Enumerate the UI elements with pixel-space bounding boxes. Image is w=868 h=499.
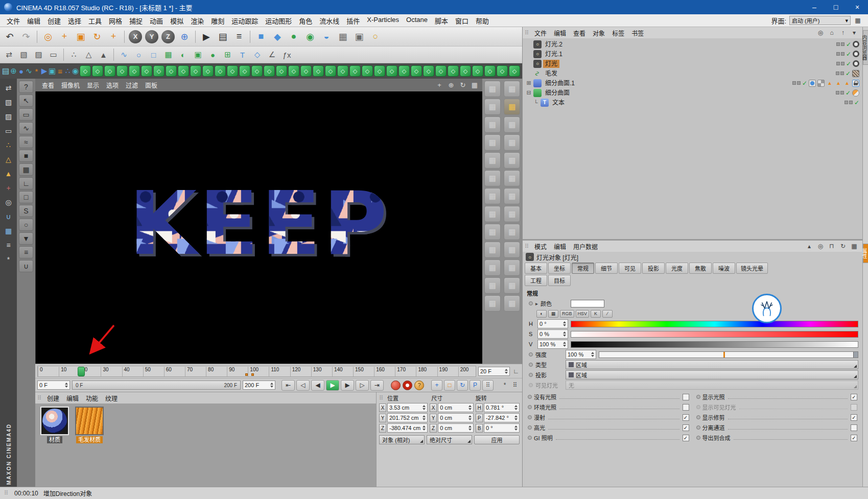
spinner[interactable] bbox=[421, 415, 426, 420]
anim-dot-icon[interactable] bbox=[529, 363, 533, 367]
menubar-item[interactable]: 脚本 bbox=[431, 15, 452, 27]
object-row[interactable]: ○ 灯光 ✓ bbox=[523, 59, 862, 68]
render-settings-icon[interactable]: ≡ bbox=[231, 29, 247, 44]
spinner[interactable] bbox=[467, 415, 472, 420]
deformer-icon[interactable]: ◇ bbox=[104, 65, 115, 77]
material-name[interactable]: 材质 bbox=[47, 436, 62, 443]
deformer-icon[interactable]: ◇ bbox=[398, 65, 410, 77]
docked-tool-icon[interactable]: ▦ bbox=[504, 134, 520, 151]
color-spectrum-icon[interactable]: ▦ bbox=[548, 310, 558, 318]
keyframe-marker[interactable] bbox=[245, 373, 248, 376]
record-position-toggle[interactable]: + bbox=[431, 380, 442, 391]
magnet-tool-icon[interactable]: ∪ bbox=[19, 260, 33, 272]
checkbox[interactable]: ✓ bbox=[851, 414, 857, 421]
redo-icon[interactable]: ↷ bbox=[18, 29, 34, 44]
expand-toggle[interactable]: ⊟ bbox=[526, 89, 532, 96]
panel-grip-icon[interactable]: ⠿ bbox=[4, 490, 8, 496]
docked-tool-icon[interactable]: ▦ bbox=[504, 152, 520, 169]
docked-tool-icon[interactable]: ▦ bbox=[504, 277, 520, 294]
modeling-settings-icon[interactable]: * bbox=[2, 253, 15, 266]
camera-icon[interactable]: ▣ bbox=[351, 29, 367, 44]
camera-motion-icon[interactable]: ▣ bbox=[49, 65, 56, 77]
docked-tool-icon[interactable]: ▦ bbox=[504, 206, 520, 222]
attr-tab[interactable]: 焦散 bbox=[689, 263, 712, 274]
deformer-icon[interactable]: ◇ bbox=[337, 65, 348, 77]
record-keyframe-button[interactable] bbox=[391, 381, 401, 390]
spinner[interactable] bbox=[504, 369, 508, 374]
quantize-icon[interactable]: ≡ bbox=[2, 239, 15, 251]
gear-icon[interactable]: * bbox=[33, 65, 40, 77]
docked-tool-icon[interactable]: ▦ bbox=[484, 81, 501, 97]
materials-menu-item[interactable]: 编辑 bbox=[63, 393, 82, 403]
attr-tab[interactable]: 坐标 bbox=[548, 263, 571, 274]
deformer-icon[interactable]: ◇ bbox=[202, 65, 214, 77]
mouse-tool-icon[interactable]: □ bbox=[19, 191, 33, 203]
search-icon[interactable]: ◎ bbox=[816, 242, 825, 250]
dock-tab[interactable]: 属性 bbox=[863, 244, 868, 263]
goto-start-button[interactable]: ⇤ bbox=[281, 380, 295, 391]
deformer-icon[interactable]: ◇ bbox=[153, 65, 165, 77]
visibility-dots[interactable] bbox=[836, 72, 844, 75]
close-button[interactable]: × bbox=[847, 0, 868, 14]
edges-mode-icon[interactable]: △ bbox=[82, 48, 96, 61]
visibility-dots[interactable] bbox=[844, 101, 853, 104]
deformer-icon[interactable]: ◇ bbox=[411, 65, 422, 77]
fill-tool-icon[interactable]: ▼ bbox=[19, 232, 33, 245]
axis-tool-icon[interactable]: ∟ bbox=[19, 177, 33, 189]
pan-view-icon[interactable]: + bbox=[435, 81, 444, 90]
deformer-icon[interactable]: ◇ bbox=[239, 65, 250, 77]
menubar-item[interactable]: 编辑 bbox=[24, 15, 44, 27]
channel-value-field[interactable]: 0 ° bbox=[537, 319, 568, 328]
object-row[interactable]: ∿ 毛发 ✓ bbox=[523, 68, 862, 78]
attr-tab[interactable]: 光度 bbox=[666, 263, 688, 274]
deformer-icon[interactable]: ◇ bbox=[116, 65, 128, 77]
lock-icon[interactable]: ⊓ bbox=[828, 242, 836, 250]
parent-up-icon[interactable]: ↑ bbox=[839, 29, 847, 37]
help-icon[interactable]: ? bbox=[19, 81, 33, 93]
timeline-ruler[interactable]: 0102030405060708090100110120130140150160… bbox=[37, 366, 476, 377]
visibility-dots[interactable] bbox=[792, 81, 801, 85]
anim-dot-icon[interactable] bbox=[529, 301, 533, 305]
docked-tool-icon[interactable]: ▦ bbox=[484, 295, 501, 312]
edges-mode-icon[interactable]: △ bbox=[2, 153, 15, 165]
hue-gradient-bar[interactable] bbox=[571, 321, 858, 327]
select-arrow-icon[interactable]: ↖ bbox=[19, 94, 33, 107]
attr-tab[interactable]: 镜头光晕 bbox=[736, 263, 768, 274]
attr-tab[interactable]: 工程 bbox=[525, 275, 547, 286]
panel-grip-icon[interactable]: ⠿ bbox=[525, 243, 529, 250]
spline-pen-icon[interactable]: ◆ bbox=[270, 29, 285, 44]
color-picker-icon[interactable]: ∕ bbox=[602, 310, 613, 318]
viewport-menu-item[interactable]: 显示 bbox=[83, 80, 103, 90]
uvw-tag-icon[interactable] bbox=[817, 80, 825, 87]
enable-snap-icon[interactable]: ∪ bbox=[2, 210, 15, 223]
spline-field-icon[interactable]: ∿ bbox=[26, 65, 32, 77]
coordinate-mode-dropdown[interactable]: 对象 (相对) bbox=[379, 435, 425, 444]
menubar-item[interactable]: 插件 bbox=[343, 15, 363, 27]
lock-x-axis-icon[interactable]: X bbox=[129, 30, 142, 43]
current-frame-field[interactable]: 20 F bbox=[478, 367, 510, 376]
playhead[interactable] bbox=[78, 367, 85, 376]
coordinate-input[interactable]: -27.842 ° bbox=[484, 413, 520, 422]
coordinate-input[interactable]: -380.474 cm bbox=[387, 423, 428, 433]
spline-arc-icon[interactable]: ∿ bbox=[117, 48, 131, 61]
enable-axis-icon[interactable]: + bbox=[2, 182, 15, 194]
particle-icon[interactable]: ∴ bbox=[64, 65, 71, 77]
object-row[interactable]: ⊞ 细分曲面.1 ✓ ▲▲▲ bbox=[523, 78, 862, 88]
visibility-dots[interactable] bbox=[836, 52, 844, 56]
record-pla-toggle[interactable]: ⠿ bbox=[482, 380, 494, 391]
prev-frame-button[interactable]: ◀ bbox=[311, 380, 324, 391]
sync-icon[interactable]: ↻ bbox=[839, 242, 847, 250]
enabled-check-icon[interactable]: ✓ bbox=[846, 51, 851, 58]
object-manager-menu-item[interactable]: 编辑 bbox=[550, 28, 570, 38]
menubar-item[interactable]: 运动图形 bbox=[262, 15, 295, 27]
enabled-check-icon[interactable]: ✓ bbox=[802, 80, 807, 87]
deformer-icon[interactable]: ◇ bbox=[362, 65, 373, 77]
polygons-mode-icon[interactable]: ▲ bbox=[2, 168, 15, 180]
docked-tool-icon[interactable]: ▦ bbox=[484, 99, 501, 115]
play-button[interactable]: ▶ bbox=[326, 380, 339, 391]
object-name[interactable]: 细分曲面 bbox=[543, 89, 572, 97]
attr-tab[interactable]: 细节 bbox=[595, 263, 618, 274]
polygons-mode-icon[interactable]: ▲ bbox=[97, 48, 110, 61]
xparticles-tag-icon[interactable]: ▲ bbox=[826, 80, 833, 87]
deformer-icon[interactable]: ◇ bbox=[423, 65, 434, 77]
